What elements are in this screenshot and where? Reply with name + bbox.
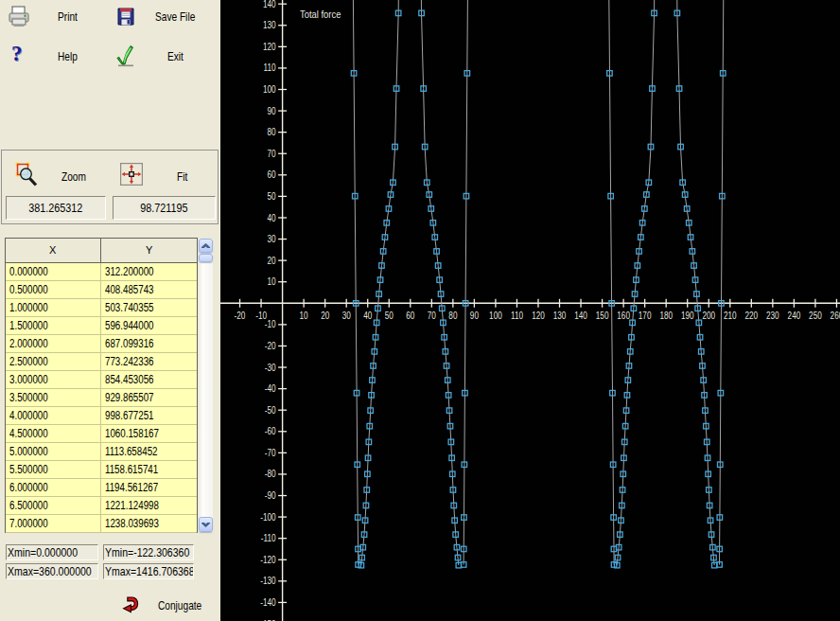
ymin-text: Ymin=-122.306360 — [105, 545, 189, 559]
table-cell-x-text: 4.500000 — [9, 425, 48, 442]
table-cell-x-text: 2.500000 — [9, 353, 48, 370]
table-row[interactable]: 4.5000001060.158167 — [6, 425, 197, 443]
table-row[interactable]: 4.000000998.677251 — [6, 407, 197, 425]
table-cell-y[interactable]: 1158.615741 — [101, 461, 197, 479]
zoom-y-value[interactable]: 98.721195 — [113, 196, 216, 220]
x-tick-label: -20 — [235, 310, 246, 321]
xmin-text: Xmin=0.000000 — [8, 545, 78, 559]
table-cell-x-text: 3.000000 — [9, 371, 48, 388]
table-cell-y[interactable]: 1060.158167 — [101, 425, 197, 443]
column-header-y-text: Y — [146, 239, 152, 262]
ymax-text: Ymax=1416.706368 — [105, 564, 194, 578]
column-header-x[interactable]: X — [6, 239, 101, 262]
scroll-down-button[interactable] — [199, 517, 213, 532]
y-tick-label: 50 — [267, 190, 275, 202]
help-icon: ? — [11, 42, 23, 66]
table-cell-y[interactable]: 687.099316 — [101, 335, 197, 353]
series-line-g2-outer-left — [609, 0, 614, 565]
table-cell-x[interactable]: 5.000000 — [6, 443, 101, 461]
zoom-label-box: Zoom — [61, 169, 93, 184]
table-cell-x[interactable]: 6.000000 — [6, 479, 101, 497]
table-cell-x[interactable]: 1.500000 — [6, 317, 101, 335]
print-button[interactable]: Print — [0, 0, 104, 30]
xmax-field[interactable]: Xmax=360.000000 — [6, 563, 98, 579]
y-tick-label: 110 — [264, 62, 276, 73]
table-cell-x[interactable]: 0.000000 — [6, 263, 101, 281]
table-cell-x-text: 4.000000 — [9, 407, 48, 424]
column-header-y[interactable]: Y — [101, 239, 197, 262]
table-cell-y[interactable]: 503.740355 — [101, 299, 197, 317]
table-cell-y[interactable]: 929.865507 — [101, 389, 197, 407]
table-cell-y-text: 1221.124998 — [105, 497, 159, 514]
chart-area[interactable]: -20-101020304050607080901001101201301401… — [220, 0, 840, 621]
table-body: 0.000000312.2000000.500000408.4857431.00… — [6, 263, 197, 532]
table-cell-y[interactable]: 773.242336 — [101, 353, 197, 371]
exit-label: Exit — [167, 49, 184, 63]
table-cell-y[interactable]: 596.944000 — [101, 317, 197, 335]
table-row[interactable]: 3.000000854.453056 — [6, 371, 197, 389]
ymin-field[interactable]: Ymin=-122.306360 — [103, 544, 194, 560]
ymax-field[interactable]: Ymax=1416.706368 — [103, 563, 194, 579]
table-cell-x[interactable]: 2.500000 — [6, 353, 101, 371]
table-row[interactable]: 7.0000001238.039693 — [6, 515, 197, 533]
table-cell-x[interactable]: 1.000000 — [6, 299, 101, 317]
table-cell-y-text: 503.740355 — [105, 299, 154, 316]
table-cell-x[interactable]: 2.000000 — [6, 335, 101, 353]
table-cell-y[interactable]: 854.453056 — [101, 371, 197, 389]
zoom-button[interactable]: Zoom — [8, 158, 102, 190]
exit-button[interactable]: Exit — [112, 40, 218, 70]
table-row[interactable]: 6.0000001194.561267 — [6, 479, 197, 497]
scroll-up-icon — [201, 242, 211, 250]
table-cell-x[interactable]: 6.500000 — [6, 497, 101, 515]
table-cell-x[interactable]: 0.500000 — [6, 281, 101, 299]
table-cell-x-text: 0.000000 — [9, 263, 48, 280]
table-row[interactable]: 1.500000596.944000 — [6, 317, 197, 335]
x-tick-label: 50 — [385, 310, 394, 321]
table-cell-x[interactable]: 7.000000 — [6, 515, 101, 533]
scroll-up-button[interactable] — [199, 239, 213, 253]
table-cell-y[interactable]: 408.485743 — [101, 281, 197, 299]
table-row[interactable]: 0.000000312.200000 — [6, 263, 197, 281]
zoom-x-value-text: 381.265312 — [28, 197, 82, 219]
x-tick-label: 100 — [489, 310, 502, 321]
table-row[interactable]: 6.5000001221.124998 — [6, 497, 197, 515]
table-cell-y[interactable]: 312.200000 — [101, 263, 197, 281]
table-cell-y[interactable]: 1113.658452 — [101, 443, 197, 461]
table-row[interactable]: 5.5000001158.615741 — [6, 461, 197, 479]
table-cell-x[interactable]: 4.500000 — [6, 425, 101, 443]
zoom-fit-panel: Zoom Fit 381.265312 98. — [1, 150, 219, 224]
exit-label-box: Exit — [167, 49, 188, 63]
table-cell-x[interactable]: 3.000000 — [6, 371, 101, 389]
table-cell-x[interactable]: 4.000000 — [6, 407, 101, 425]
save-file-button[interactable]: Save File — [112, 0, 218, 30]
print-label-box: Print — [58, 9, 83, 24]
table-cell-x[interactable]: 3.500000 — [6, 389, 101, 407]
table-cell-y[interactable]: 998.677251 — [101, 407, 197, 425]
table-cell-y[interactable]: 1221.124998 — [101, 497, 197, 515]
x-tick-label: 160 — [617, 310, 630, 321]
scroll-thumb[interactable] — [199, 254, 213, 262]
x-tick-label: 250 — [809, 310, 822, 321]
help-button[interactable]: ? Help — [0, 40, 104, 70]
y-tick-label: -30 — [265, 361, 276, 372]
conjugate-label-box: Conjugate — [158, 598, 214, 612]
table-row[interactable]: 3.500000929.865507 — [6, 389, 197, 407]
x-tick-label: 200 — [702, 310, 715, 321]
table-cell-y[interactable]: 1194.561267 — [101, 479, 197, 497]
table-row[interactable]: 5.0000001113.658452 — [6, 443, 197, 461]
zoom-x-value[interactable]: 381.265312 — [6, 196, 106, 220]
xmin-field[interactable]: Xmin=0.000000 — [6, 544, 98, 560]
table-cell-x-text: 1.000000 — [9, 299, 48, 316]
table-row[interactable]: 1.000000503.740355 — [6, 299, 197, 317]
x-tick-label: 220 — [744, 310, 758, 321]
fit-button[interactable]: Fit — [115, 158, 210, 190]
table-row[interactable]: 0.500000408.485743 — [6, 281, 197, 299]
zoom-y-value-text: 98.721195 — [140, 197, 187, 219]
table-scrollbar[interactable] — [199, 239, 213, 532]
conjugate-button[interactable]: Conjugate — [118, 593, 218, 617]
table-cell-y-text: 1060.158167 — [105, 425, 159, 442]
table-cell-y[interactable]: 1238.039693 — [101, 515, 197, 533]
table-row[interactable]: 2.500000773.242336 — [6, 353, 197, 371]
table-row[interactable]: 2.000000687.099316 — [6, 335, 197, 353]
table-cell-x[interactable]: 5.500000 — [6, 461, 101, 479]
